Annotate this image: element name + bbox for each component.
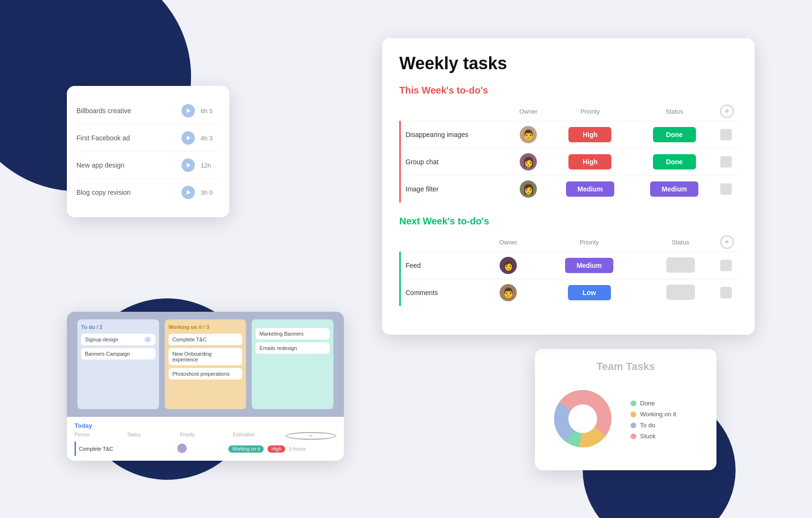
- legend-dot-done: [630, 401, 636, 406]
- status-empty: [666, 285, 695, 300]
- kanban-column-done: Marketing Banners Emails redesign: [252, 319, 333, 409]
- status-cell: [644, 279, 716, 307]
- avatar: 👩: [520, 153, 537, 170]
- status-cell: Medium: [632, 176, 716, 203]
- next-week-table: Owner Priority Status + Feed 👩 Medium: [399, 233, 737, 306]
- time-tracker-card: Billboards creative 6h 5 First Facebook …: [67, 86, 229, 217]
- row-action: [716, 121, 737, 148]
- task-name: Disappearing images: [400, 121, 509, 148]
- kanban-item[interactable]: Photoshoot preperations: [169, 368, 243, 380]
- priority-cell: High: [548, 148, 632, 176]
- tracker-label: New app design: [76, 161, 176, 169]
- weekly-tasks-card: Weekly tasks This Week's to-do's Owner P…: [382, 38, 755, 335]
- legend-item-done: Done: [630, 400, 676, 407]
- legend-item-stuck: Stuck: [630, 433, 676, 440]
- col-status: Status: [632, 102, 716, 121]
- kanban-column-todo: To do / 2 Signup design 2 Banners Campai…: [77, 319, 159, 409]
- next-week-section-title: Next Week's to-do's: [399, 216, 737, 227]
- team-tasks-card: Team Tasks: [535, 349, 716, 470]
- team-tasks-title: Team Tasks: [545, 360, 707, 373]
- legend-item-todo: To do: [630, 422, 676, 429]
- add-column-icon[interactable]: +: [720, 235, 734, 249]
- legend: Done Working on it To do Stuck: [630, 400, 676, 440]
- avatar: 👩: [520, 180, 537, 198]
- tracker-time: 4h 3: [201, 135, 220, 142]
- play-button[interactable]: [182, 159, 195, 172]
- legend-item-working: Working on it: [630, 411, 676, 418]
- svg-point-1: [568, 404, 597, 433]
- priority-cell: Low: [534, 279, 645, 307]
- avatar: 👩: [500, 257, 517, 274]
- play-button[interactable]: [182, 186, 195, 199]
- tracker-label: Blog copy revision: [76, 189, 176, 196]
- owner-cell: 👨: [482, 279, 534, 307]
- priority-badge: High: [568, 127, 611, 142]
- kanban-item[interactable]: Complete T&C: [169, 334, 243, 345]
- col-add: +: [716, 233, 737, 252]
- status-cell: Done: [632, 148, 716, 176]
- status-cell: Done: [632, 121, 716, 148]
- priority-badge: High: [568, 154, 611, 169]
- play-button[interactable]: [182, 131, 195, 145]
- priority-cell: High: [548, 121, 632, 148]
- play-button[interactable]: [182, 104, 195, 117]
- row-menu[interactable]: [720, 156, 732, 168]
- priority-badge: Medium: [566, 181, 614, 197]
- col-task: [400, 102, 509, 121]
- col-add: +: [716, 102, 737, 121]
- task-name: Comments: [400, 279, 483, 307]
- owner-cell: 👩: [509, 176, 548, 203]
- task-name: Feed: [400, 252, 483, 279]
- this-week-section-title: This Week's to-do's: [399, 85, 737, 96]
- table-row: Group chat 👩 High Done: [400, 148, 738, 176]
- kanban-item[interactable]: Emails redesign: [256, 342, 330, 354]
- today-section: Today Person Status Priority Estimation …: [67, 417, 344, 461]
- task-name: Image filter: [400, 176, 509, 203]
- today-person: [177, 444, 224, 454]
- col-priority: Priority: [548, 102, 632, 121]
- task-name: Group chat: [400, 148, 509, 176]
- owner-cell: 👨: [509, 121, 548, 148]
- kanban-item[interactable]: Marketing Banners: [256, 328, 330, 339]
- col-owner: Owner: [509, 102, 548, 121]
- table-row: Comments 👨 Low: [400, 279, 738, 307]
- priority-cell: Medium: [534, 252, 645, 279]
- today-estimation: 5 Hours: [289, 446, 336, 452]
- add-column-button[interactable]: +: [286, 432, 336, 440]
- tracker-time: 12h: [201, 162, 220, 169]
- row-action: [716, 148, 737, 176]
- pie-chart: [545, 381, 621, 459]
- add-column-icon[interactable]: +: [720, 105, 734, 118]
- kanban-item[interactable]: Signup design 2: [81, 334, 155, 345]
- table-row: Image filter 👩 Medium Medium: [400, 176, 738, 203]
- status-empty: [666, 257, 695, 273]
- kanban-item[interactable]: Banners Campaign: [81, 348, 155, 359]
- weekly-tasks-title: Weekly tasks: [399, 53, 737, 74]
- today-column-headers: Person Status Priority Estimation +: [75, 432, 336, 440]
- row-menu[interactable]: [720, 129, 732, 140]
- row-menu[interactable]: [720, 183, 732, 195]
- this-week-table: Owner Priority Status + Disappearing ima…: [399, 102, 737, 202]
- kanban-board: To do / 2 Signup design 2 Banners Campai…: [67, 312, 344, 417]
- row-menu[interactable]: [720, 260, 732, 271]
- owner-cell: 👩: [482, 252, 534, 279]
- status-badge: Done: [653, 154, 696, 169]
- status-badge: Medium: [650, 181, 698, 197]
- status-badge: Done: [653, 127, 696, 142]
- priority-badge: Medium: [565, 258, 613, 273]
- avatar: 👨: [500, 284, 517, 301]
- today-task-name: Complete T&C: [79, 446, 173, 452]
- legend-dot-todo: [630, 423, 636, 428]
- row-menu[interactable]: [720, 287, 732, 298]
- today-title: Today: [75, 422, 336, 429]
- avatar: [177, 444, 187, 453]
- today-priority: High: [267, 445, 285, 453]
- tracker-row: Blog copy revision 3h 0: [76, 179, 220, 206]
- table-row: Feed 👩 Medium: [400, 252, 738, 279]
- tracker-time: 6h 5: [201, 107, 220, 115]
- kanban-item[interactable]: New Onboarding experience: [169, 348, 243, 365]
- owner-cell: 👩: [509, 148, 548, 176]
- priority-badge: Low: [568, 285, 611, 300]
- row-action: [716, 279, 737, 307]
- col-task: [400, 233, 483, 252]
